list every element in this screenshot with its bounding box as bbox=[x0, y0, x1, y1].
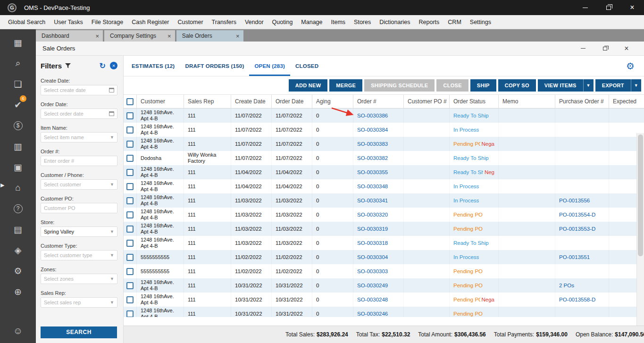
purchase-order-link[interactable]: PO-0013554-D bbox=[559, 212, 595, 218]
order-number-link[interactable]: SO-0030303 bbox=[357, 268, 388, 274]
purchase-order-link[interactable]: PO-0013553-D bbox=[559, 226, 595, 232]
order-number-link[interactable]: SO-0030384 bbox=[357, 127, 388, 133]
menu-item[interactable]: Customer bbox=[173, 15, 207, 29]
inner-minimize-button[interactable] bbox=[572, 42, 594, 55]
order-number-link[interactable]: SO-0030246 bbox=[357, 311, 388, 317]
order-number-link[interactable]: SO-0030386 bbox=[357, 113, 388, 118]
chevron-down-icon[interactable]: ▼ bbox=[110, 276, 114, 281]
order-number-link[interactable]: SO-0030320 bbox=[357, 212, 388, 218]
document-tab[interactable]: Dashboard × bbox=[36, 30, 103, 42]
row-checkbox[interactable] bbox=[126, 126, 134, 134]
order-number-link[interactable]: SO-0030248 bbox=[357, 297, 388, 302]
sidebar-icon-button[interactable]: ? bbox=[0, 198, 36, 219]
toolbar-button[interactable]: EXPORT ▼ bbox=[595, 79, 641, 92]
toolbar-button[interactable]: SHIPPING SCHEDULE ▼ bbox=[364, 79, 435, 92]
purchase-order-link[interactable]: 2 POs bbox=[559, 283, 574, 288]
menu-item[interactable]: Settings bbox=[466, 15, 495, 29]
filter-field-input[interactable]: Select create date ▼ bbox=[41, 85, 117, 95]
menu-item[interactable]: Items bbox=[327, 15, 350, 29]
menu-item[interactable]: User Tasks bbox=[50, 15, 87, 29]
table-row[interactable]: 1248 16thAve. Apt 4-B 111 10/31/2022 10/… bbox=[124, 278, 644, 293]
tab-close-icon[interactable]: × bbox=[236, 33, 240, 40]
menu-item[interactable]: Cash Register bbox=[127, 15, 173, 29]
toolbar-button[interactable]: CLOSE ▼ bbox=[436, 79, 468, 92]
chevron-down-icon[interactable]: ▼ bbox=[110, 135, 114, 140]
table-row[interactable]: 1248 16thAve. Apt 4-B 111 11/04/2022 11/… bbox=[124, 165, 644, 179]
row-checkbox[interactable] bbox=[126, 112, 134, 119]
column-header[interactable]: Create Date bbox=[231, 95, 271, 108]
row-checkbox[interactable] bbox=[126, 211, 134, 218]
sidebar-icon-button[interactable]: ⌂ bbox=[0, 177, 36, 198]
column-header[interactable]: Aging bbox=[312, 95, 353, 108]
calendar-icon[interactable] bbox=[109, 88, 114, 92]
view-tab[interactable]: CLOSED bbox=[290, 56, 324, 76]
purchase-order-link[interactable]: PO-0013556 bbox=[559, 198, 590, 203]
grid-settings-gear-icon[interactable]: ⚙ bbox=[626, 60, 635, 72]
order-number-link[interactable]: SO-0030383 bbox=[357, 141, 388, 147]
chevron-down-icon[interactable]: ▼ bbox=[110, 253, 114, 258]
table-row[interactable]: 1248 16thAve. Apt 4-B 111 11/03/2022 11/… bbox=[124, 208, 644, 222]
order-number-link[interactable]: SO-0030382 bbox=[357, 155, 388, 161]
menu-item[interactable]: Stores bbox=[350, 15, 375, 29]
sidebar-icon-button[interactable]: ⌕ bbox=[0, 53, 36, 74]
table-row[interactable]: 1248 16thAve. Apt 4-B 111 11/03/2022 11/… bbox=[124, 222, 644, 236]
menu-item[interactable]: Vendor bbox=[241, 15, 268, 29]
row-checkbox[interactable] bbox=[126, 155, 134, 162]
column-header[interactable]: Purchase Order # bbox=[555, 95, 609, 108]
sidebar-icon-button[interactable]: ▦ bbox=[0, 32, 36, 53]
chevron-down-icon[interactable]: ▼ bbox=[110, 300, 114, 305]
row-checkbox[interactable] bbox=[126, 310, 134, 318]
column-header[interactable]: Order Date bbox=[271, 95, 312, 108]
column-header[interactable]: Order # bbox=[353, 95, 403, 108]
table-row[interactable]: 1248 16thAve. Apt 4-B 111 11/03/2022 11/… bbox=[124, 193, 644, 208]
order-number-link[interactable]: SO-0030249 bbox=[357, 283, 388, 288]
column-header[interactable]: Memo bbox=[498, 95, 555, 108]
table-row[interactable]: 1248 16thAve. Apt 4-B 111 11/04/2022 11/… bbox=[124, 179, 644, 193]
chevron-down-icon[interactable]: ▼ bbox=[110, 229, 114, 234]
filter-field-input[interactable]: Select zones ▼ bbox=[41, 274, 117, 284]
close-button[interactable]: × bbox=[620, 0, 644, 15]
select-all-checkbox[interactable] bbox=[126, 98, 134, 105]
filter-field-input[interactable]: Spring Valley ▼ bbox=[41, 226, 117, 237]
table-row[interactable]: 1248 16thAve. Apt 4-B 111 11/07/2022 11/… bbox=[124, 109, 644, 123]
order-number-link[interactable]: SO-0030355 bbox=[357, 169, 388, 175]
table-row[interactable]: 5555555555 111 11/02/2022 11/02/2022 0 S… bbox=[124, 264, 644, 278]
menu-item[interactable]: Reports bbox=[415, 15, 444, 29]
order-number-link[interactable]: SO-0030348 bbox=[357, 184, 388, 189]
row-checkbox[interactable] bbox=[126, 240, 134, 247]
filter-field-input[interactable]: Select item name ▼ bbox=[41, 132, 117, 142]
sidebar-expand-arrow[interactable]: ▶ bbox=[0, 182, 4, 188]
column-header[interactable]: Order Status bbox=[449, 95, 498, 108]
inner-restore-button[interactable] bbox=[594, 42, 616, 55]
table-row[interactable]: 1248 16thAve. Apt 4-B 111 11/03/2022 11/… bbox=[124, 236, 644, 250]
order-number-link[interactable]: SO-0030318 bbox=[357, 240, 388, 246]
row-checkbox[interactable] bbox=[126, 183, 134, 190]
dropdown-arrow-icon[interactable]: ▼ bbox=[583, 79, 594, 92]
menu-item[interactable]: Quoting bbox=[268, 15, 297, 29]
row-checkbox[interactable] bbox=[126, 226, 134, 233]
table-row[interactable]: 1248 16thAve. Apt 4-B 111 11/07/2022 11/… bbox=[124, 123, 644, 137]
row-checkbox[interactable] bbox=[126, 254, 134, 261]
row-checkbox[interactable] bbox=[126, 296, 134, 303]
menu-item[interactable]: Manage bbox=[297, 15, 326, 29]
view-tab[interactable]: OPEN (283) bbox=[249, 56, 290, 76]
table-row[interactable]: 1248 16thAve. Apt 4-B 111 10/31/2022 10/… bbox=[124, 293, 644, 307]
table-row[interactable]: Dodosha Willy Wonka Factory 11/07/2022 1… bbox=[124, 151, 644, 165]
filter-field-input[interactable]: Customer PO ▼ bbox=[41, 203, 117, 213]
column-header[interactable]: Customer PO # bbox=[403, 95, 449, 108]
purchase-order-link[interactable]: PO-0013558-D bbox=[559, 297, 595, 302]
chevron-down-icon[interactable]: ▼ bbox=[110, 182, 114, 187]
vertical-scrollbar-thumb[interactable] bbox=[638, 134, 643, 256]
document-tab[interactable]: Sale Orders × bbox=[176, 30, 243, 42]
vertical-scrollbar[interactable] bbox=[636, 133, 644, 343]
toolbar-button[interactable]: MERGE ▼ bbox=[329, 79, 362, 92]
view-tab[interactable]: DRAFT ORDERS (150) bbox=[180, 56, 249, 76]
filter-field-input[interactable]: Select order date ▼ bbox=[41, 109, 117, 119]
refresh-icon[interactable]: ↻ bbox=[100, 61, 106, 70]
sidebar-icon-button[interactable]: ▥ bbox=[0, 136, 36, 157]
user-profile-button[interactable]: ☺ bbox=[0, 322, 36, 339]
row-checkbox[interactable] bbox=[126, 268, 134, 275]
toolbar-button[interactable]: COPY SO ▼ bbox=[498, 79, 536, 92]
purchase-order-link[interactable]: PO-0013551 bbox=[559, 254, 590, 260]
filter-field-input[interactable]: Enter order # ▼ bbox=[41, 156, 117, 166]
